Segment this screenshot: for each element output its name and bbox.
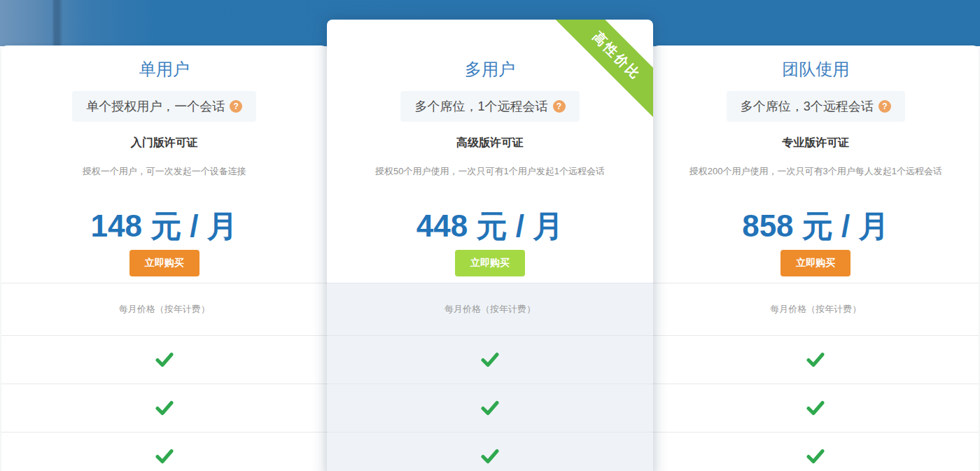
plan-subtitle: 多个席位，1个远程会话? [400, 91, 579, 122]
plan-subtitle-text: 单个授权用户，一个会话 [86, 99, 225, 113]
card-head: 多用户 多个席位，1个远程会话? 高级版许可证 授权50个用户使用，一次只可有1… [327, 20, 652, 283]
plan-subtitle-text: 多个席位，1个远程会话 [414, 99, 547, 113]
check-icon [155, 352, 174, 367]
billing-note-row: 每月价格（按年计费） [1, 283, 327, 335]
feature-check-row [327, 335, 652, 384]
license-description: 授权一个用户，可一次发起一个设备连接 [1, 166, 327, 177]
check-icon [806, 352, 825, 367]
pricing-table: 单用户 单个授权用户，一个会话? 入门版许可证 授权一个用户，可一次发起一个设备… [0, 0, 980, 471]
plan-price: 858 元 / 月 [653, 209, 979, 243]
check-icon [806, 449, 825, 464]
plan-price: 448 元 / 月 [327, 209, 652, 243]
license-name: 入门版许可证 [1, 136, 327, 149]
plan-title: 团队使用 [653, 45, 979, 80]
feature-check-row [653, 432, 979, 471]
billing-note-row: 每月价格（按年计费） [653, 283, 979, 335]
plan-title: 单用户 [1, 45, 327, 80]
feature-rows: 每月价格（按年计费） [653, 283, 979, 471]
billing-note-row: 每月价格（按年计费） [327, 283, 652, 335]
plan-subtitle: 多个席位，3个远程会话? [727, 91, 905, 122]
card-head: 单用户 单个授权用户，一个会话? 入门版许可证 授权一个用户，可一次发起一个设备… [1, 45, 327, 283]
check-icon [155, 449, 174, 464]
feature-check-row [327, 432, 652, 471]
feature-check-row [653, 384, 979, 432]
plan-title: 多用户 [327, 45, 652, 80]
plan-price: 148 元 / 月 [1, 209, 327, 243]
license-description: 授权200个用户使用，一次只可有3个用户每人发起1个远程会话 [653, 166, 979, 177]
check-icon [481, 449, 499, 464]
buy-now-button[interactable]: 立即购买 [780, 250, 850, 276]
pricing-card-multi-user: 高性价比 多用户 多个席位，1个远程会话? 高级版许可证 授权50个用户使用，一… [327, 20, 652, 471]
license-name: 高级版许可证 [327, 136, 652, 149]
plan-subtitle: 单个授权用户，一个会话? [72, 91, 256, 122]
pricing-page: 单用户 单个授权用户，一个会话? 入门版许可证 授权一个用户，可一次发起一个设备… [0, 0, 980, 471]
feature-check-row [327, 384, 652, 432]
feature-rows: 每月价格（按年计费） [327, 283, 652, 471]
check-icon [155, 400, 174, 416]
pricing-card-team: 团队使用 多个席位，3个远程会话? 专业版许可证 授权200个用户使用，一次只可… [653, 45, 979, 471]
buy-now-button[interactable]: 立即购买 [455, 250, 525, 276]
check-icon [481, 352, 499, 367]
license-description: 授权50个用户使用，一次只可有1个用户发起1个远程会话 [327, 166, 652, 177]
help-icon[interactable]: ? [878, 100, 891, 113]
feature-check-row [1, 335, 327, 384]
check-icon [481, 400, 499, 416]
help-icon[interactable]: ? [553, 100, 566, 113]
plan-subtitle-text: 多个席位，3个远程会话 [741, 99, 874, 113]
license-name: 专业版许可证 [653, 136, 979, 149]
card-head: 团队使用 多个席位，3个远程会话? 专业版许可证 授权200个用户使用，一次只可… [653, 45, 979, 283]
check-icon [806, 400, 825, 416]
feature-check-row [1, 384, 327, 432]
help-icon[interactable]: ? [230, 100, 242, 113]
buy-now-button[interactable]: 立即购买 [130, 250, 200, 276]
pricing-card-single-user: 单用户 单个授权用户，一个会话? 入门版许可证 授权一个用户，可一次发起一个设备… [1, 45, 327, 471]
feature-check-row [1, 432, 327, 471]
feature-check-row [653, 335, 979, 384]
feature-rows: 每月价格（按年计费） [1, 283, 327, 471]
